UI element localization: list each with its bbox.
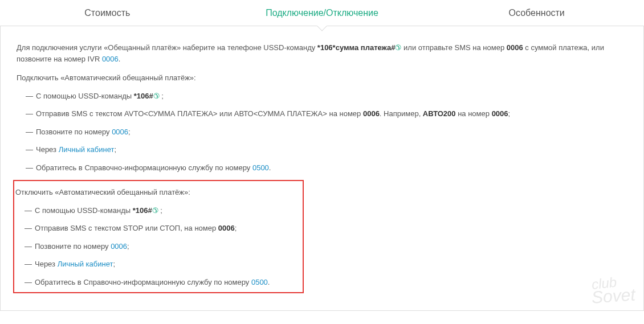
- list-content: Отправив SMS с текстом STOP или СТОП, на…: [35, 223, 237, 234]
- ussd-code: *106#: [134, 92, 153, 100]
- list-content: Обратитесь в Справочно-информационную сл…: [36, 162, 271, 174]
- intro-paragraph: Для подключения услуги «Обещанный платёж…: [17, 42, 627, 64]
- ivr-link[interactable]: 0006: [102, 55, 119, 63]
- text: С помощью USSD-команды: [36, 92, 134, 100]
- tab-cost[interactable]: Стоимость: [0, 0, 215, 26]
- text: Отправив SMS с текстом AVTO<СУММА ПЛАТЕЖ…: [36, 109, 363, 118]
- list-content: Позвоните по номеру 0006;: [35, 241, 129, 252]
- text: ;: [508, 109, 511, 118]
- watermark: club Sovet: [592, 277, 635, 305]
- text: С помощью USSD-команды: [35, 206, 133, 215]
- dash-icon: —: [26, 92, 36, 100]
- dash-icon: —: [25, 260, 35, 268]
- dash-icon: —: [26, 163, 36, 172]
- example-code: АВТО200: [423, 109, 456, 118]
- dash-icon: —: [25, 224, 35, 232]
- list-content: Через Личный кабинет;: [35, 259, 115, 270]
- text: .: [269, 163, 271, 172]
- list-item: — Позвоните по номеру 0006;: [15, 241, 301, 252]
- list-item: — Через Личный кабинет;: [15, 259, 301, 270]
- cabinet-link[interactable]: Личный кабинет: [59, 145, 115, 154]
- text: ;: [160, 92, 164, 100]
- number-link[interactable]: 0500: [251, 278, 268, 286]
- number-link[interactable]: 0006: [111, 242, 127, 251]
- number: 0006: [492, 109, 508, 118]
- list-item: — С помощью USSD-команды *106#✆ ;: [15, 205, 301, 216]
- ussd-code: *106#: [133, 206, 152, 215]
- tab-features[interactable]: Особенности: [429, 0, 644, 26]
- number: 0006: [218, 224, 235, 232]
- intro-text-d: .: [119, 55, 121, 63]
- text: Позвоните по номеру: [35, 242, 111, 251]
- ussd-full-code: *106*сумма платежа#: [317, 43, 396, 52]
- dash-icon: —: [25, 242, 35, 251]
- text: на номер: [456, 109, 492, 118]
- dash-icon: —: [25, 206, 35, 215]
- text: .: [268, 278, 270, 286]
- list-item: — Обратитесь в Справочно-информационную …: [17, 162, 627, 174]
- text: Обратитесь в Справочно-информационную сл…: [35, 278, 251, 286]
- text: ;: [235, 224, 237, 232]
- sms-number: 0006: [507, 43, 523, 52]
- text: Через: [36, 145, 59, 154]
- text: Отправив SMS с текстом STOP или СТОП, на…: [35, 224, 218, 232]
- dash-icon: —: [26, 109, 36, 118]
- text: ;: [158, 206, 162, 215]
- list-content: Отправив SMS с текстом AVTO<СУММА ПЛАТЕЖ…: [36, 108, 510, 120]
- intro-text-b: или отправьте SMS на номер: [401, 43, 506, 52]
- number: 0006: [363, 109, 380, 118]
- dash-icon: —: [25, 278, 35, 286]
- watermark-line2: Sovet: [591, 286, 636, 306]
- list-content: С помощью USSD-команды *106#✆ ;: [35, 205, 162, 216]
- phone-icon: ✆: [152, 205, 158, 216]
- highlighted-disconnect-section: Отключить «Автоматический обещанный плат…: [13, 180, 304, 293]
- list-item: — Отправив SMS с текстом AVTO<СУММА ПЛАТ…: [17, 108, 627, 120]
- number-link[interactable]: 0006: [112, 128, 128, 136]
- text: Обратитесь в Справочно-информационную сл…: [36, 163, 252, 172]
- text: ;: [128, 128, 131, 136]
- text: ;: [114, 145, 116, 154]
- phone-icon: ✆: [395, 42, 401, 54]
- phone-icon: ✆: [153, 91, 160, 102]
- tab-connect[interactable]: Подключение/Отключение: [215, 0, 430, 26]
- text: Позвоните по номеру: [36, 128, 112, 136]
- number-link[interactable]: 0500: [252, 163, 269, 172]
- list-item: — Через Личный кабинет;: [17, 144, 627, 155]
- dash-icon: —: [26, 145, 36, 154]
- intro-text-a: Для подключения услуги «Обещанный платёж…: [17, 43, 317, 52]
- list-item: — С помощью USSD-команды *106#✆ ;: [17, 91, 627, 102]
- list-item: — Отправив SMS с текстом STOP или СТОП, …: [15, 223, 301, 234]
- list-content: Позвоните по номеру 0006;: [36, 126, 131, 138]
- disconnect-heading: Отключить «Автоматический обещанный плат…: [15, 187, 301, 198]
- cabinet-link[interactable]: Личный кабинет: [58, 260, 113, 268]
- list-item: — Обратитесь в Справочно-информационную …: [15, 277, 301, 288]
- list-item: — Позвоните по номеру 0006;: [17, 126, 627, 138]
- text: ;: [113, 260, 115, 268]
- list-content: Обратитесь в Справочно-информационную сл…: [35, 277, 270, 288]
- watermark-line1: club: [591, 274, 635, 290]
- content-panel: Для подключения услуги «Обещанный платёж…: [0, 26, 644, 311]
- text: Через: [35, 260, 58, 268]
- connect-heading: Подключить «Автоматический обещанный пла…: [17, 72, 627, 84]
- tabs-bar: Стоимость Подключение/Отключение Особенн…: [0, 0, 644, 26]
- dash-icon: —: [26, 128, 36, 136]
- text: . Например,: [380, 109, 423, 118]
- list-content: Через Личный кабинет;: [36, 144, 116, 155]
- text: ;: [127, 242, 129, 251]
- list-content: С помощью USSD-команды *106#✆ ;: [36, 91, 164, 102]
